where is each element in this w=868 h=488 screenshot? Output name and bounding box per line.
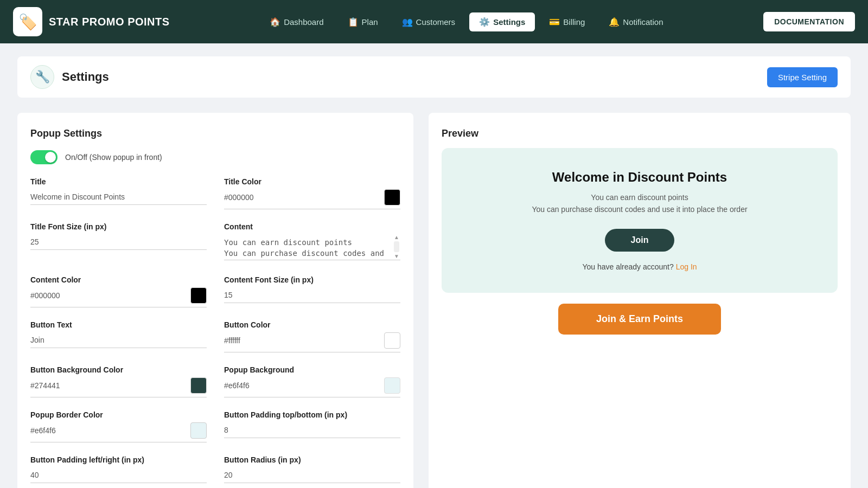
main-layout: Popup Settings On/Off (Show popup in fro… (17, 113, 851, 488)
right-panel: Preview Welcome in Discount Points You c… (429, 113, 851, 488)
title-color-wrap (224, 189, 400, 209)
nav-billing[interactable]: 💳 Billing (539, 12, 595, 31)
popup-border-color-input[interactable] (30, 426, 185, 435)
popup-bg-label: Popup Background (224, 365, 400, 374)
header: 🏷️ STAR PROMO POINTS 🏠 Dashboard 📋 Plan … (0, 0, 868, 43)
scroll-up-icon: ▲ (394, 234, 399, 240)
button-bg-color-wrap (30, 377, 207, 397)
title-font-size-field: Title Font Size (in px) (30, 222, 207, 262)
button-radius-field: Button Radius (in px) (224, 455, 400, 483)
nav-notification[interactable]: 🔔 Notification (599, 12, 673, 31)
plan-icon: 📋 (348, 17, 359, 27)
scroll-track (394, 241, 399, 252)
nav-notification-label: Notification (623, 17, 663, 27)
logo-emoji: 🏷️ (18, 13, 37, 31)
content-field: Content You can earn discount points You… (224, 222, 400, 262)
button-radius-input[interactable] (224, 467, 400, 483)
content-color-label: Content Color (30, 275, 207, 284)
content-textarea[interactable]: You can earn discount points You can pur… (224, 234, 400, 260)
wrench-icon: 🔧 (30, 65, 54, 89)
logo: 🏷️ STAR PROMO POINTS (13, 7, 170, 36)
account-text: You have already account? (582, 262, 673, 271)
page-title: Settings (62, 70, 109, 84)
button-text-label: Button Text (30, 320, 207, 329)
content-color-field: Content Color (30, 275, 207, 307)
notification-icon: 🔔 (609, 17, 620, 27)
page-content: 🔧 Settings Stripe Setting Popup Settings… (0, 43, 868, 488)
popup-preview-content: You can earn discount points You can pur… (459, 191, 820, 216)
content-color-swatch[interactable] (190, 287, 207, 304)
button-padding-tb-label: Button Padding top/bottom (in px) (224, 410, 400, 419)
popup-content-line1: You can earn discount points (459, 191, 820, 203)
content-textarea-wrap: You can earn discount points You can pur… (224, 234, 400, 262)
documentation-button[interactable]: DOCUMENTATION (763, 12, 855, 31)
button-color-wrap (224, 332, 400, 352)
dashboard-icon: 🏠 (270, 17, 280, 27)
button-color-field: Button Color (224, 320, 400, 352)
popup-settings-title: Popup Settings (30, 128, 400, 139)
settings-icon: ⚙️ (479, 17, 490, 27)
toggle-row: On/Off (Show popup in front) (30, 150, 400, 164)
preview-title: Preview (442, 128, 838, 139)
content-font-size-label: Content Font Size (in px) (224, 275, 400, 284)
nav-settings[interactable]: ⚙️ Settings (469, 12, 535, 31)
popup-content-line2: You can purchase discount codes and use … (459, 203, 820, 215)
nav-plan[interactable]: 📋 Plan (338, 12, 388, 31)
button-color-swatch[interactable] (384, 332, 400, 349)
button-radius-label: Button Radius (in px) (224, 455, 400, 464)
title-color-input[interactable] (224, 193, 379, 202)
popup-border-color-swatch[interactable] (190, 422, 207, 439)
nav-customers-label: Customers (416, 17, 456, 27)
popup-bg-input[interactable] (224, 381, 379, 390)
content-font-size-input[interactable] (224, 287, 400, 303)
button-bg-color-label: Button Background Color (30, 365, 207, 374)
customers-icon: 👥 (402, 17, 413, 27)
billing-icon: 💳 (549, 17, 560, 27)
popup-border-color-label: Popup Border Color (30, 410, 207, 419)
nav-dashboard[interactable]: 🏠 Dashboard (260, 12, 333, 31)
nav-settings-label: Settings (493, 17, 525, 27)
login-link[interactable]: Log In (676, 262, 697, 271)
title-label: Title (30, 177, 207, 186)
nav-plan-label: Plan (362, 17, 378, 27)
settings-form: Title Title Color Title Font Size (in px… (30, 177, 400, 488)
scroll-down-icon: ▼ (394, 253, 399, 259)
popup-bg-field: Popup Background (224, 365, 400, 397)
content-font-size-field: Content Font Size (in px) (224, 275, 400, 307)
popup-border-color-wrap (30, 422, 207, 442)
popup-bg-swatch[interactable] (384, 377, 400, 394)
toggle-label: On/Off (Show popup in front) (65, 153, 162, 162)
title-color-swatch[interactable] (384, 189, 400, 206)
stripe-setting-button[interactable]: Stripe Setting (767, 67, 838, 87)
popup-toggle[interactable] (30, 150, 58, 164)
content-color-wrap (30, 287, 207, 307)
popup-border-color-field: Popup Border Color (30, 410, 207, 442)
button-bg-color-swatch[interactable] (190, 377, 207, 394)
popup-bg-wrap (224, 377, 400, 397)
title-input[interactable] (30, 189, 207, 205)
title-color-label: Title Color (224, 177, 400, 186)
join-earn-button[interactable]: Join & Earn Points (558, 304, 721, 335)
button-bg-color-field: Button Background Color (30, 365, 207, 397)
nav-billing-label: Billing (563, 17, 585, 27)
popup-login-text: You have already account? Log In (459, 262, 820, 271)
button-padding-tb-input[interactable] (224, 422, 400, 438)
title-color-field: Title Color (224, 177, 400, 209)
popup-preview-title: Welcome in Discount Points (459, 170, 820, 185)
page-header: 🔧 Settings Stripe Setting (17, 56, 851, 98)
title-field: Title (30, 177, 207, 209)
textarea-scrollbar[interactable]: ▲ ▼ (393, 234, 400, 259)
nav-customers[interactable]: 👥 Customers (392, 12, 465, 31)
main-nav: 🏠 Dashboard 📋 Plan 👥 Customers ⚙️ Settin… (187, 12, 746, 31)
button-padding-lr-input[interactable] (30, 467, 207, 483)
left-panel: Popup Settings On/Off (Show popup in fro… (17, 113, 413, 488)
button-bg-color-input[interactable] (30, 381, 185, 390)
button-text-input[interactable] (30, 332, 207, 348)
content-color-input[interactable] (30, 291, 185, 300)
title-font-size-input[interactable] (30, 234, 207, 250)
content-label: Content (224, 222, 400, 231)
button-color-input[interactable] (224, 336, 379, 345)
app-name: STAR PROMO POINTS (49, 16, 170, 28)
popup-join-button[interactable]: Join (605, 229, 675, 252)
button-padding-lr-field: Button Padding left/right (in px) (30, 455, 207, 483)
